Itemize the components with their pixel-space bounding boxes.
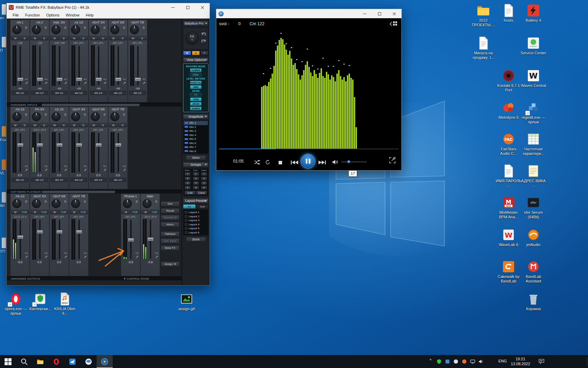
channel-settings-icon[interactable] — [123, 81, 126, 84]
totalmix-titlebar[interactable]: RME TotalMix FX: Babyface Pro (1) - 44.1… — [7, 3, 210, 12]
mute-button[interactable]: M — [90, 123, 98, 127]
channel-settings-icon[interactable] — [84, 255, 87, 258]
gain-knob[interactable] — [12, 25, 21, 34]
desktop-icon-fairstars[interactable]: FACFairStars Audio C... — [496, 132, 522, 156]
taskbar-media-player-icon[interactable] — [97, 355, 113, 368]
mono-button[interactable]: Mono — [161, 222, 180, 227]
fader-track[interactable] — [115, 45, 121, 86]
layout-checkbox[interactable] — [185, 231, 187, 234]
fader-handle[interactable] — [76, 143, 82, 147]
desktop-icon-regedit-shortcut[interactable]: ↗regedit.exe — ярлык — [520, 101, 546, 124]
desktop-icon-waves-central[interactable]: WWaves Central — [520, 69, 546, 88]
show-2row-button[interactable]: 2ROW — [190, 102, 202, 106]
fader-track[interactable] — [76, 45, 82, 86]
mute-master-button[interactable]: M — [183, 51, 191, 55]
meters-rms-button[interactable]: RMS — [190, 85, 202, 89]
group-button[interactable]: 1 — [193, 172, 199, 176]
fader-handle[interactable] — [96, 143, 102, 147]
clipped-desktop-icon[interactable]: П — [0, 37, 6, 53]
taskbar-search-button[interactable] — [16, 355, 32, 368]
fader-handle[interactable] — [115, 77, 121, 81]
fader-handle[interactable] — [76, 77, 82, 81]
talkback-button[interactable]: Talkback — [161, 231, 180, 237]
fader-track[interactable] — [96, 132, 102, 173]
desktop-icon-jetaudio[interactable]: jetAudio — [520, 228, 546, 247]
mute-button[interactable]: M — [50, 210, 59, 214]
fader-track[interactable] — [17, 219, 23, 260]
cue-button[interactable]: CUE — [79, 210, 88, 214]
mute-button[interactable]: M — [122, 210, 130, 214]
group-button[interactable]: 2 — [201, 177, 207, 180]
layout-presets-header[interactable]: Layout Presets — [183, 198, 209, 203]
layout-item[interactable]: Layout 4 — [184, 223, 208, 227]
snapshot-item[interactable]: Mix 4 — [184, 133, 208, 137]
gain-knob[interactable] — [110, 112, 119, 121]
desktop-icon-minusa-doc[interactable]: Минуса на продажу .t... — [470, 36, 496, 60]
fader-track[interactable] — [17, 132, 23, 173]
fader-handle[interactable] — [56, 77, 63, 81]
fader-handle[interactable] — [56, 143, 63, 147]
gain-knob[interactable] — [123, 199, 132, 208]
gain-knob[interactable] — [51, 25, 61, 34]
close-button[interactable] — [387, 9, 401, 18]
channel-settings-icon[interactable] — [103, 168, 106, 171]
volume-slider-thumb[interactable] — [347, 160, 350, 163]
desktop-icon-projects-folder[interactable]: 2022 ПРОЕКТЫ ... — [470, 4, 496, 27]
shuffle-button[interactable] — [254, 160, 261, 165]
channel-settings-icon[interactable] — [64, 81, 67, 84]
routing-free-button[interactable]: FREE — [190, 73, 202, 77]
snapshot-item[interactable]: Mix 6 — [184, 141, 208, 145]
channel-settings-icon[interactable] — [84, 81, 87, 84]
fader-handle[interactable] — [96, 77, 102, 81]
groups-header[interactable]: Groups — [183, 162, 209, 167]
channel-settings-icon[interactable] — [84, 168, 87, 171]
desktop-icon-service-center[interactable]: Service Center — [520, 36, 546, 55]
speaker-b-button[interactable]: Speaker B — [161, 215, 180, 220]
desktop-icon-kaspersky-shortcut[interactable]: ↗Касперски... — [27, 292, 53, 311]
mute-button[interactable]: M — [70, 36, 78, 40]
next-button[interactable] — [318, 160, 326, 165]
solo-button[interactable]: S — [40, 123, 48, 127]
fader-track[interactable] — [96, 45, 102, 86]
fader-track[interactable] — [37, 132, 43, 173]
group-button[interactable]: 3 — [201, 181, 207, 185]
channel-settings-icon[interactable] — [44, 81, 48, 84]
mute-button[interactable]: M — [90, 36, 98, 40]
desktop-icon-recycle-bin[interactable]: Корзина — [520, 292, 546, 311]
snapshot-item[interactable]: Mix 3 — [184, 129, 208, 133]
maximize-button[interactable] — [180, 3, 195, 12]
fx-knob[interactable]: FX% — [186, 32, 199, 45]
group-button[interactable]: 4 — [193, 186, 199, 190]
fullscreen-button[interactable] — [389, 157, 396, 163]
assign-button[interactable]: Assign — [161, 261, 180, 267]
group-button[interactable]: 1 — [184, 172, 191, 176]
snapshot-item[interactable]: Mix 1 — [184, 121, 208, 125]
close-button[interactable] — [195, 3, 210, 12]
gain-knob[interactable] — [110, 25, 119, 34]
snapshot-item[interactable]: Mix 5 — [184, 137, 208, 141]
gain-knob[interactable] — [71, 25, 80, 34]
solo-button[interactable]: S — [79, 123, 88, 127]
dim-button[interactable]: Dim — [161, 201, 180, 206]
mute-button[interactable]: M — [109, 123, 118, 127]
cue-button[interactable]: CUE — [150, 210, 159, 214]
fader-track[interactable] — [56, 219, 63, 260]
mute-button[interactable]: M — [70, 123, 78, 127]
fader-handle[interactable] — [17, 143, 23, 147]
desktop-icon-opera-shortcut[interactable]: ↗opera.exe — ярлык — [3, 292, 29, 315]
maximize-button[interactable] — [372, 9, 387, 18]
fader-handle[interactable] — [56, 230, 63, 234]
fader-track[interactable] — [56, 45, 63, 86]
channel-settings-icon[interactable] — [155, 255, 158, 258]
snapshot-item[interactable]: Mix 7 — [184, 145, 208, 149]
gain-knob[interactable] — [51, 199, 61, 208]
mute-button[interactable]: M — [31, 123, 39, 127]
fader-track[interactable] — [76, 132, 82, 173]
channel-settings-icon[interactable] — [64, 255, 67, 258]
mute-button[interactable]: M — [109, 36, 118, 40]
clipped-desktop-icon[interactable]: Wi — [0, 192, 6, 208]
solo-button[interactable]: S — [118, 123, 127, 127]
desktop-icon-mixmeister[interactable]: MBPMMixMeister BPM Ana... — [496, 196, 522, 219]
gain-knob[interactable] — [12, 199, 21, 208]
layout-item[interactable]: Layout 3 — [184, 218, 208, 223]
